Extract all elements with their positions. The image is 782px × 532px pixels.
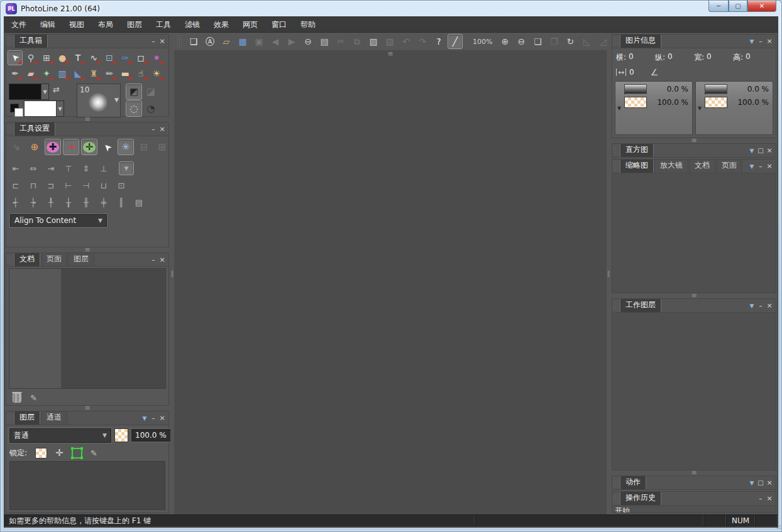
close-icon[interactable]: × bbox=[765, 301, 774, 310]
marquee-tool-button[interactable]: ◻ bbox=[133, 50, 148, 65]
healing-tool-button[interactable]: ▬ bbox=[118, 66, 133, 81]
rotate-view-button[interactable]: ↻ bbox=[563, 34, 578, 49]
panel-grip[interactable] bbox=[613, 301, 619, 310]
panel-grip[interactable] bbox=[613, 478, 619, 487]
minimize-icon[interactable]: – bbox=[149, 414, 158, 422]
tab-page[interactable]: 页面 bbox=[41, 253, 67, 266]
equal-width-button[interactable]: ║ bbox=[114, 195, 129, 209]
space-top-button[interactable]: ╀ bbox=[43, 195, 58, 209]
pencil-tool-button[interactable]: ✏ bbox=[102, 66, 117, 81]
magic-wand-tool-button[interactable]: ✶ bbox=[149, 50, 164, 65]
mask-overlay-button[interactable]: ◔ bbox=[143, 100, 159, 117]
chevron-down-icon[interactable]: ▼ bbox=[617, 106, 621, 111]
menu-item[interactable]: 网页 bbox=[236, 17, 265, 32]
line-tool-button[interactable]: ╱ bbox=[448, 34, 463, 49]
brush-dropdown-icon[interactable]: ▼ bbox=[114, 97, 119, 103]
tab-history[interactable]: 操作历史 bbox=[620, 492, 661, 505]
blend-mode-dropdown[interactable]: 普通 ▼ bbox=[9, 428, 111, 443]
tab-page[interactable]: 页面 bbox=[716, 160, 742, 173]
move-content-button[interactable]: ✛ bbox=[81, 139, 97, 155]
zoom-tool-button[interactable]: ⚲ bbox=[23, 50, 38, 65]
align-center-both-button[interactable]: ⊡ bbox=[114, 178, 129, 192]
context-help-button[interactable]: ? bbox=[431, 34, 446, 49]
tab-tool-settings[interactable]: 工具设置 bbox=[14, 122, 55, 136]
show-direction-button[interactable]: ➜ bbox=[63, 139, 79, 155]
minimize-icon[interactable]: – bbox=[756, 37, 765, 45]
edit-pen-icon[interactable]: ✎ bbox=[30, 393, 37, 403]
align-edge-right-button[interactable]: ⊐ bbox=[43, 178, 58, 192]
pointer-mode-button[interactable]: ➤ bbox=[99, 139, 116, 155]
pointer-tool-button[interactable]: ➤ bbox=[8, 50, 23, 65]
dropdown-icon[interactable]: ▼ bbox=[747, 303, 756, 309]
window-maximize-button[interactable]: ▢ bbox=[729, 1, 747, 12]
panel-grip[interactable] bbox=[7, 413, 13, 423]
menu-item[interactable]: 文件 bbox=[4, 17, 33, 32]
lock-transform-icon[interactable] bbox=[72, 448, 82, 459]
menu-item[interactable]: 滤镜 bbox=[178, 17, 207, 32]
lock-paint-icon[interactable]: ✎ bbox=[91, 448, 97, 458]
tab-layers[interactable]: 图层 bbox=[14, 411, 40, 425]
panel-splitter[interactable]: ≡ bbox=[612, 470, 776, 475]
history-entry[interactable]: 开始 bbox=[612, 506, 776, 513]
fill-tool-button[interactable]: ◣ bbox=[70, 66, 85, 81]
foreground-color-dropdown-icon[interactable]: ▼ bbox=[41, 84, 48, 99]
add-anchor-button[interactable]: ✚ bbox=[45, 139, 61, 155]
lock-position-icon[interactable]: ✛ bbox=[55, 447, 63, 459]
panel-grip[interactable] bbox=[613, 146, 619, 155]
panel-splitter[interactable]: ≡ bbox=[6, 406, 169, 411]
maximize-icon[interactable]: □ bbox=[756, 479, 765, 486]
align-top-button[interactable]: ⊤ bbox=[61, 161, 76, 175]
opacity-checker-icon[interactable] bbox=[114, 428, 128, 442]
chevron-down-icon[interactable]: ▼ bbox=[698, 106, 702, 111]
tab-working-layer[interactable]: 工作图层 bbox=[620, 299, 661, 312]
crop-tool-button[interactable]: ⊡ bbox=[102, 50, 117, 65]
align-edge-bottom-button[interactable]: ⊔ bbox=[96, 178, 111, 192]
lighting-tool-button[interactable]: ☀ bbox=[149, 66, 164, 81]
eraser-tool-button[interactable]: ▰ bbox=[23, 66, 38, 81]
menu-item[interactable]: 布局 bbox=[91, 17, 120, 32]
align-bottom-button[interactable]: ⊥ bbox=[96, 161, 111, 175]
minimize-icon[interactable]: – bbox=[149, 125, 158, 133]
distort-tool-button[interactable]: ⊞ bbox=[39, 50, 54, 65]
align-v-center-button[interactable]: ⇕ bbox=[79, 161, 94, 175]
brush-tool-button[interactable]: ✒ bbox=[8, 66, 23, 81]
tab-channels[interactable]: 通道 bbox=[41, 411, 67, 425]
gradient-tool-button[interactable]: ▥ bbox=[55, 66, 70, 81]
align-more-button[interactable]: ▼ bbox=[119, 161, 134, 175]
menu-item[interactable]: 帮助 bbox=[294, 17, 322, 32]
close-icon[interactable]: × bbox=[158, 125, 167, 133]
tab-toolbox[interactable]: 工具箱 bbox=[14, 35, 48, 48]
window-minimize-button[interactable]: ─ bbox=[708, 1, 729, 12]
distribute-v-button[interactable]: ╪ bbox=[96, 195, 111, 209]
zoom-out-button[interactable]: ⊖ bbox=[514, 34, 529, 49]
zoom-in-button[interactable]: ⊕ bbox=[497, 34, 512, 49]
minimize-icon[interactable]: – bbox=[756, 494, 765, 502]
panel-grip[interactable] bbox=[7, 124, 13, 134]
menu-item[interactable]: 编辑 bbox=[33, 17, 62, 32]
align-right-button[interactable]: ⇥ bbox=[43, 161, 58, 175]
close-icon[interactable]: × bbox=[158, 414, 167, 422]
panel-splitter[interactable]: ≡ bbox=[612, 293, 776, 298]
panel-grip[interactable] bbox=[613, 494, 619, 503]
dropdown-icon[interactable]: ▼ bbox=[747, 480, 756, 486]
align-edge-top-button[interactable]: ⊢ bbox=[61, 178, 76, 192]
panel-grip[interactable] bbox=[7, 255, 13, 264]
minimize-icon[interactable]: – bbox=[149, 256, 158, 264]
close-icon[interactable]: × bbox=[765, 162, 774, 170]
menu-item[interactable]: 效果 bbox=[207, 17, 236, 32]
show-selection-button[interactable]: ◌ bbox=[126, 100, 142, 117]
maximize-icon[interactable]: □ bbox=[756, 147, 765, 154]
dropdown-icon[interactable]: ▼ bbox=[140, 415, 149, 421]
rotation-center-button[interactable]: ⊕ bbox=[26, 139, 43, 155]
panel-splitter[interactable]: ≡ bbox=[6, 117, 169, 122]
toolbar-resize-handle[interactable]: ≡ bbox=[387, 50, 393, 58]
distribute-h-button[interactable]: ╫ bbox=[79, 195, 94, 209]
space-left-button[interactable]: ┽ bbox=[8, 195, 23, 209]
align-h-center-button[interactable]: ⇔ bbox=[26, 161, 41, 175]
brush-preview[interactable]: 10 ▼ bbox=[77, 84, 121, 117]
tab-actions[interactable]: 动作 bbox=[620, 476, 646, 489]
spray-tool-button[interactable]: ✦ bbox=[39, 66, 54, 81]
toolbar-grip[interactable] bbox=[177, 35, 182, 48]
fit-page-button[interactable]: ❏ bbox=[530, 34, 545, 49]
tab-magnifier[interactable]: 放大镜 bbox=[654, 160, 688, 173]
